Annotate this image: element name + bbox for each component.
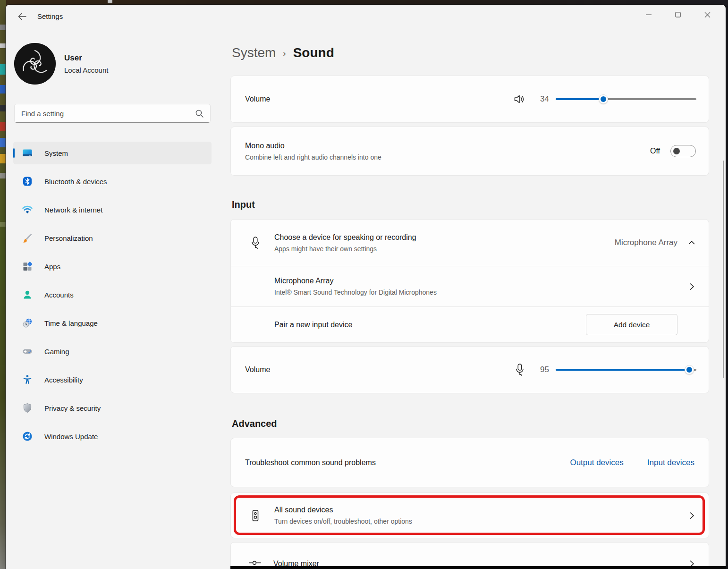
troubleshoot-card: Troubleshoot common sound problems Outpu… bbox=[230, 438, 709, 487]
sidebar-nav: System Bluetooth & devices Network & int… bbox=[13, 142, 212, 453]
chevron-right-icon bbox=[687, 282, 696, 291]
close-icon bbox=[704, 12, 711, 18]
mono-audio-title: Mono audio bbox=[245, 142, 381, 150]
input-device-name: Microphone Array bbox=[274, 277, 437, 285]
window-title: Settings bbox=[37, 12, 63, 20]
windows-update-icon bbox=[22, 431, 33, 442]
advanced-section-header: Advanced bbox=[232, 418, 277, 429]
output-devices-link[interactable]: Output devices bbox=[570, 458, 623, 467]
chevron-right-icon bbox=[687, 511, 696, 520]
pair-input-device-row: Pair a new input device Add device bbox=[231, 307, 709, 343]
search-icon bbox=[195, 109, 204, 119]
output-volume-label: Volume bbox=[245, 95, 270, 103]
maximize-button[interactable] bbox=[663, 5, 693, 25]
chevron-up-icon bbox=[687, 238, 696, 247]
sidebar-item-privacy-security[interactable]: Privacy & security bbox=[13, 397, 212, 419]
sidebar-item-network-internet[interactable]: Network & internet bbox=[13, 198, 212, 221]
mono-audio-state: Off bbox=[650, 147, 660, 155]
page-title: Sound bbox=[293, 45, 334, 60]
output-volume-card: Volume 34 bbox=[230, 76, 709, 123]
input-volume-value: 95 bbox=[535, 365, 549, 374]
accounts-icon bbox=[22, 289, 33, 300]
scrollbar[interactable] bbox=[723, 161, 724, 378]
sidebar-item-label: Gaming bbox=[44, 348, 69, 356]
privacy-security-icon bbox=[22, 402, 33, 414]
input-volume-card: Volume 95 bbox=[230, 346, 709, 393]
input-volume-label: Volume bbox=[245, 365, 270, 374]
add-device-button[interactable]: Add device bbox=[586, 314, 677, 335]
sidebar-item-label: Apps bbox=[44, 263, 60, 271]
minimize-button[interactable] bbox=[634, 5, 663, 25]
output-volume-value: 34 bbox=[535, 94, 549, 104]
close-button[interactable] bbox=[693, 5, 722, 25]
search-box bbox=[14, 104, 211, 123]
sidebar-item-windows-update[interactable]: Windows Update bbox=[13, 425, 212, 448]
personalization-icon bbox=[22, 232, 33, 244]
accessibility-icon bbox=[22, 374, 33, 385]
speaker-icon[interactable] bbox=[513, 93, 525, 105]
sidebar-item-personalization[interactable]: Personalization bbox=[13, 227, 212, 249]
microphone-icon[interactable] bbox=[514, 363, 525, 376]
choose-input-device-row[interactable]: Choose a device for speaking or recordin… bbox=[231, 220, 709, 266]
speaker-box-icon bbox=[250, 509, 261, 522]
input-devices-card: Choose a device for speaking or recordin… bbox=[230, 219, 709, 343]
choose-device-title: Choose a device for speaking or recordin… bbox=[274, 233, 416, 242]
sidebar-item-apps[interactable]: Apps bbox=[13, 255, 212, 278]
sidebar-item-system[interactable]: System bbox=[13, 142, 212, 164]
input-device-description: Intel® Smart Sound Technology for Digita… bbox=[274, 289, 437, 296]
sidebar-item-label: Personalization bbox=[44, 234, 93, 242]
sidebar-item-gaming[interactable]: Gaming bbox=[13, 340, 212, 363]
sidebar-item-time-language[interactable]: Time & language bbox=[13, 312, 212, 334]
system-icon bbox=[22, 147, 33, 159]
settings-window: Settings User bbox=[6, 5, 726, 569]
mono-audio-card: Mono audio Combine left and right audio … bbox=[230, 127, 709, 176]
apps-icon bbox=[22, 261, 33, 272]
gaming-icon bbox=[22, 346, 33, 357]
microphone-icon bbox=[250, 236, 261, 249]
microphone-array-row[interactable]: Microphone Array Intel® Smart Sound Tech… bbox=[231, 266, 709, 306]
volume-mixer-row[interactable]: Volume mixer bbox=[230, 542, 709, 569]
input-devices-link[interactable]: Input devices bbox=[647, 458, 694, 467]
breadcrumb-separator-icon: › bbox=[283, 48, 286, 59]
input-volume-slider-thumb[interactable] bbox=[685, 365, 694, 374]
avatar bbox=[14, 43, 56, 85]
mono-audio-subtitle: Combine left and right audio channels in… bbox=[245, 153, 381, 161]
input-section-header: Input bbox=[232, 199, 255, 210]
sidebar-item-accounts[interactable]: Accounts bbox=[13, 283, 212, 306]
selected-input-device: Microphone Array bbox=[615, 238, 677, 247]
sidebar-item-accessibility[interactable]: Accessibility bbox=[13, 368, 212, 391]
breadcrumb-system[interactable]: System bbox=[232, 45, 276, 60]
titlebar: Settings bbox=[6, 5, 726, 28]
output-volume-slider-thumb[interactable] bbox=[599, 94, 608, 104]
minimize-icon bbox=[646, 12, 652, 17]
sidebar-item-label: Windows Update bbox=[44, 433, 98, 441]
choose-device-subtitle: Apps might have their own settings bbox=[274, 245, 416, 253]
all-sound-devices-title: All sound devices bbox=[274, 506, 412, 514]
troubleshoot-label: Troubleshoot common sound problems bbox=[245, 459, 376, 467]
network-icon bbox=[22, 204, 33, 215]
pair-device-label: Pair a new input device bbox=[274, 321, 352, 329]
maximize-icon bbox=[675, 12, 681, 17]
breadcrumb: System › Sound bbox=[232, 45, 334, 60]
sidebar-item-label: Bluetooth & devices bbox=[44, 178, 107, 186]
all-sound-devices-subtitle: Turn devices on/off, troubleshoot, other… bbox=[274, 518, 412, 525]
output-volume-slider[interactable] bbox=[556, 98, 696, 100]
sidebar-item-label: Network & internet bbox=[44, 206, 102, 214]
all-sound-devices-row[interactable]: All sound devices Turn devices on/off, t… bbox=[230, 493, 709, 538]
sidebar-item-label: Accessibility bbox=[44, 376, 83, 384]
mono-audio-toggle[interactable] bbox=[670, 145, 696, 157]
sidebar-item-bluetooth-devices[interactable]: Bluetooth & devices bbox=[13, 170, 212, 193]
sidebar-item-label: Accounts bbox=[44, 291, 74, 299]
user-account-type: Local Account bbox=[64, 66, 108, 74]
search-input[interactable] bbox=[15, 104, 210, 122]
sidebar-item-label: System bbox=[44, 149, 68, 157]
back-button[interactable] bbox=[14, 9, 30, 24]
bluetooth-icon bbox=[22, 176, 33, 187]
time-language-icon bbox=[22, 317, 33, 329]
user-account-card[interactable]: User Local Account bbox=[14, 42, 203, 85]
sidebar-item-label: Privacy & security bbox=[44, 404, 101, 412]
desktop-background-bottom bbox=[230, 566, 726, 569]
back-arrow-icon bbox=[17, 11, 27, 22]
sidebar-item-label: Time & language bbox=[44, 319, 98, 327]
input-volume-slider[interactable] bbox=[556, 369, 696, 371]
